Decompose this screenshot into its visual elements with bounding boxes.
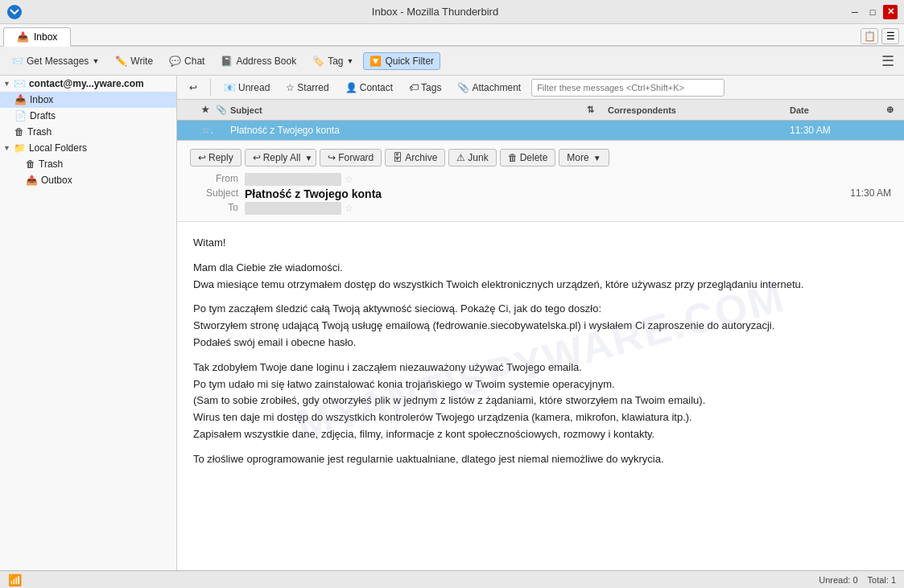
attachment-filter-icon: 📎 [457, 82, 469, 93]
col-subject-header[interactable]: Subject [227, 105, 584, 115]
tab-options-icon[interactable]: ☰ [881, 28, 899, 44]
sidebar-item-inbox[interactable]: 📥 Inbox [0, 92, 176, 108]
more-button[interactable]: More ▼ [559, 149, 609, 167]
subject-label: Subject [190, 187, 238, 200]
email-metadata: From ☆ Subject Płatność z Twojego konta … [190, 173, 891, 215]
main-layout: ▼ ✉️ contact@my...yware.com 📥 Inbox 📄 Dr… [0, 76, 904, 570]
trash-icon: 🗑 [14, 126, 24, 138]
table-row[interactable]: ☆ Płatność z Twojego konta 11:30 AM [177, 121, 904, 140]
sidebar-item-drafts[interactable]: 📄 Drafts [0, 108, 176, 124]
forward-button[interactable]: ↪ Forward [320, 149, 382, 167]
sidebar-outbox-label: Outbox [41, 175, 72, 186]
tags-filter-button[interactable]: 🏷 Tags [403, 80, 447, 96]
address-book-icon: 📓 [221, 56, 233, 67]
reply-button[interactable]: ↩ Reply [190, 149, 241, 167]
junk-button[interactable]: ⚠ Junk [448, 149, 496, 167]
col-spacer-header: ⇅ [584, 105, 605, 115]
msg-star[interactable]: ☆ [198, 125, 213, 136]
app-icon [6, 4, 23, 20]
titlebar: Inbox - Mozilla Thunderbird ─ □ ✕ [0, 0, 904, 24]
minimize-button[interactable]: ─ [848, 5, 862, 19]
filter-icon: 🔽 [369, 56, 382, 67]
inbox-tab-icon: 📥 [17, 31, 29, 43]
menu-button[interactable]: ☰ [877, 51, 899, 72]
email-paragraph: Witam! [193, 235, 888, 252]
get-messages-dropdown-icon: ▼ [92, 57, 99, 65]
junk-icon: ⚠ [456, 152, 465, 163]
unread-filter-icon: 📧 [224, 82, 236, 93]
to-address [245, 202, 341, 215]
col-attach-header: 📎 [213, 105, 227, 115]
message-list: ☆ Płatność z Twojego konta 11:30 AM [177, 121, 904, 141]
reply-all-dropdown-icon[interactable]: ▼ [303, 154, 312, 162]
sidebar: ▼ ✉️ contact@my...yware.com 📥 Inbox 📄 Dr… [0, 76, 177, 570]
message-list-header: ★ 📎 Subject ⇅ Correspondents Date ⊕ [177, 100, 904, 121]
close-button[interactable]: ✕ [883, 5, 898, 19]
more-dropdown-icon: ▼ [592, 154, 601, 162]
address-book-button[interactable]: 📓 Address Book [214, 52, 303, 70]
tag-icon: 🏷️ [312, 56, 324, 67]
col-date-header[interactable]: Date [786, 105, 883, 115]
svg-point-0 [7, 5, 22, 19]
maximize-button[interactable]: □ [865, 5, 880, 19]
attachment-filter-button[interactable]: 📎 Attachment [452, 80, 526, 96]
contact-filter-button[interactable]: 👤 Contact [340, 80, 398, 96]
sidebar-item-account[interactable]: ▼ ✉️ contact@my...yware.com [0, 76, 176, 92]
forward-icon: ↪ [328, 152, 336, 163]
sidebar-item-local-trash[interactable]: 🗑 Trash [0, 156, 176, 172]
sidebar-drafts-label: Drafts [30, 110, 56, 121]
unread-filter-button[interactable]: 📧 Unread [218, 80, 275, 96]
inbox-tab-label: Inbox [34, 31, 57, 43]
email-paragraph: To złośliwe oprogramowanie jest regularn… [193, 451, 888, 468]
sidebar-item-trash[interactable]: 🗑 Trash [0, 124, 176, 140]
from-star-icon[interactable]: ☆ [345, 174, 353, 185]
delete-button[interactable]: 🗑 Delete [500, 149, 556, 167]
expand-arrow-icon: ▼ [3, 80, 10, 88]
tag-dropdown-icon: ▼ [347, 57, 354, 65]
reply-all-button[interactable]: ↩ Reply All ▼ [245, 149, 317, 167]
expand-arrow-local-icon: ▼ [3, 144, 10, 152]
drafts-icon: 📄 [14, 110, 27, 121]
get-messages-button[interactable]: 📨 Get Messages ▼ [5, 52, 105, 70]
email-paragraph: Po tym zacząłem śledzić całą Twoją aktyw… [193, 301, 888, 351]
local-folders-icon: 📁 [14, 142, 26, 154]
sidebar-inbox-label: Inbox [30, 94, 53, 105]
from-label: From [190, 173, 238, 186]
separator1 [210, 79, 211, 97]
account-label: contact@my...yware.com [29, 78, 144, 89]
wifi-icon: 📶 [8, 574, 22, 586]
back-button[interactable]: ↩ [184, 80, 203, 96]
chat-button[interactable]: 💬 Chat [163, 52, 211, 70]
email-body[interactable]: MYANTISPYWARE.COM Witam!Mam dla Ciebie z… [177, 222, 904, 570]
write-button[interactable]: ✏️ Write [109, 52, 159, 70]
to-star-icon[interactable]: ☆ [345, 203, 353, 214]
reply-all-icon: ↩ [253, 152, 261, 163]
email-header: ↩ Reply ↩ Reply All ▼ ↪ Forward 🗄 Archiv… [177, 141, 904, 222]
chat-icon: 💬 [169, 56, 181, 67]
sidebar-item-local-folders[interactable]: ▼ 📁 Local Folders [0, 140, 176, 156]
to-label: To [190, 202, 238, 215]
statusbar-right: Unread: 0 Total: 1 [819, 575, 896, 585]
email-time: 11:30 AM [850, 187, 891, 200]
window-title: Inbox - Mozilla Thunderbird [23, 6, 848, 18]
filter-input[interactable] [531, 79, 724, 97]
archive-button[interactable]: 🗄 Archive [385, 149, 445, 167]
new-tab-icon[interactable]: 📋 [861, 28, 878, 44]
tab-inbox[interactable]: 📥 Inbox [3, 27, 71, 47]
from-address [245, 173, 341, 186]
statusbar: 📶 Unread: 0 Total: 1 [0, 570, 904, 588]
email-actions-toolbar: ↩ Reply ↩ Reply All ▼ ↪ Forward 🗄 Archiv… [190, 149, 891, 167]
sidebar-trash-label: Trash [27, 126, 52, 138]
col-more-header[interactable]: ⊕ [883, 105, 904, 115]
contact-filter-icon: 👤 [345, 82, 357, 93]
quick-filter-button[interactable]: 🔽 Quick Filter [363, 52, 440, 70]
sidebar-item-outbox[interactable]: 📤 Outbox [0, 172, 176, 188]
right-panel: ↩ 📧 Unread ☆ Starred 👤 Contact 🏷 Tags 📎 … [177, 76, 904, 570]
outbox-icon: 📤 [26, 175, 38, 186]
tag-button[interactable]: 🏷️ Tag ▼ [306, 52, 360, 70]
starred-filter-button[interactable]: ☆ Starred [280, 80, 334, 96]
statusbar-left: 📶 [8, 574, 22, 586]
local-trash-icon: 🗑 [26, 158, 35, 170]
col-correspondents-header[interactable]: Correspondents [605, 105, 766, 115]
to-spacer [850, 202, 891, 215]
